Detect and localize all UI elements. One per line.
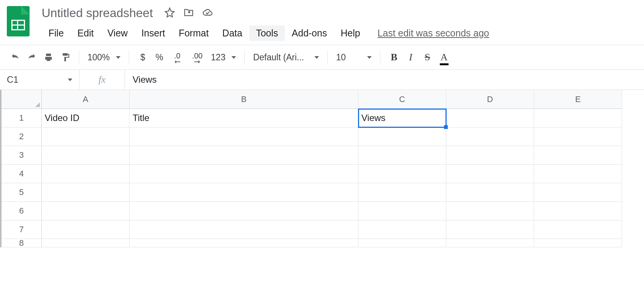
bold-button[interactable]: B	[386, 49, 402, 66]
cell-a2[interactable]	[42, 127, 130, 146]
font-family-dropdown[interactable]: Default (Ari...	[250, 52, 322, 63]
menu-help[interactable]: Help	[334, 25, 367, 41]
column-header-e[interactable]: E	[534, 90, 622, 109]
format-currency-button[interactable]: $	[134, 49, 151, 66]
fx-icon: fx	[80, 70, 125, 90]
row-header-6[interactable]: 6	[2, 202, 42, 220]
menu-tools[interactable]: Tools	[249, 25, 285, 41]
row-header-5[interactable]: 5	[2, 183, 42, 202]
cell-a5[interactable]	[42, 183, 130, 202]
cell-e5[interactable]	[534, 183, 622, 202]
strikethrough-button[interactable]: S	[419, 49, 436, 66]
cell-d8[interactable]	[446, 239, 534, 247]
cloud-status-icon[interactable]	[202, 7, 213, 19]
cell-d7[interactable]	[446, 220, 534, 239]
cell-e4[interactable]	[534, 165, 622, 183]
cell-a3[interactable]	[42, 146, 130, 165]
cell-c5[interactable]	[358, 183, 446, 202]
menu-data[interactable]: Data	[216, 25, 249, 41]
undo-button[interactable]	[7, 49, 23, 66]
cell-b6[interactable]	[130, 202, 358, 220]
cell-c8[interactable]	[358, 239, 446, 247]
cell-b1[interactable]: Title	[130, 109, 358, 127]
zoom-dropdown[interactable]: 100%	[84, 52, 123, 63]
number-format-dropdown[interactable]: 123	[208, 52, 239, 63]
cell-b3[interactable]	[130, 146, 358, 165]
row-header-3[interactable]: 3	[2, 146, 42, 165]
move-folder-icon[interactable]	[183, 7, 194, 19]
decrease-decimal-button[interactable]: .0	[168, 49, 187, 66]
menu-format[interactable]: Format	[172, 25, 216, 41]
cell-a1[interactable]: Video ID	[42, 109, 130, 127]
cell-b7[interactable]	[130, 220, 358, 239]
cell-a8[interactable]	[42, 239, 130, 247]
menu-edit[interactable]: Edit	[70, 25, 100, 41]
column-header-d[interactable]: D	[446, 90, 534, 109]
chevron-down-icon	[231, 56, 236, 59]
cell-e8[interactable]	[534, 239, 622, 247]
cell-c4[interactable]	[358, 165, 446, 183]
cell-b2[interactable]	[130, 127, 358, 146]
menu-file[interactable]: File	[42, 25, 70, 41]
menu-addons[interactable]: Add-ons	[285, 25, 334, 41]
chevron-down-icon	[116, 56, 120, 59]
cell-d3[interactable]	[446, 146, 534, 165]
text-color-button[interactable]: A	[436, 49, 452, 66]
format-percent-button[interactable]: %	[151, 49, 168, 66]
menu-insert[interactable]: Insert	[134, 25, 172, 41]
cell-e7[interactable]	[534, 220, 622, 239]
star-icon[interactable]	[164, 7, 175, 19]
name-box[interactable]: C1	[0, 70, 80, 90]
row-header-2[interactable]: 2	[2, 127, 42, 146]
select-all-corner[interactable]	[2, 90, 42, 109]
cell-d5[interactable]	[446, 183, 534, 202]
cell-b8[interactable]	[130, 239, 358, 247]
chevron-down-icon	[314, 56, 319, 59]
cell-a4[interactable]	[42, 165, 130, 183]
row-header-7[interactable]: 7	[2, 220, 42, 239]
cell-c3[interactable]	[358, 146, 446, 165]
cell-a6[interactable]	[42, 202, 130, 220]
row-header-1[interactable]: 1	[2, 109, 42, 127]
column-header-b[interactable]: B	[130, 90, 358, 109]
document-title[interactable]: Untitled spreadsheet	[42, 6, 153, 20]
cell-d1[interactable]	[446, 109, 534, 127]
cell-d6[interactable]	[446, 202, 534, 220]
cell-e1[interactable]	[534, 109, 622, 127]
italic-button[interactable]: I	[402, 49, 419, 66]
redo-button[interactable]	[23, 49, 40, 66]
cell-b5[interactable]	[130, 183, 358, 202]
cell-c2[interactable]	[358, 127, 446, 146]
print-button[interactable]	[40, 49, 57, 66]
column-header-a[interactable]: A	[42, 90, 130, 109]
cell-c1[interactable]: Views	[358, 109, 446, 127]
cell-e3[interactable]	[534, 146, 622, 165]
cell-e2[interactable]	[534, 127, 622, 146]
cell-c6[interactable]	[358, 202, 446, 220]
formula-bar[interactable]: Views	[125, 74, 644, 85]
column-header-c[interactable]: C	[358, 90, 446, 109]
increase-decimal-button[interactable]: .00	[187, 49, 208, 66]
cell-a7[interactable]	[42, 220, 130, 239]
font-size-dropdown[interactable]: 10	[333, 52, 375, 63]
menu-view[interactable]: View	[100, 25, 134, 41]
chevron-down-icon	[367, 56, 372, 59]
last-edit-link[interactable]: Last edit was seconds ago	[378, 28, 489, 39]
cell-d2[interactable]	[446, 127, 534, 146]
cell-c7[interactable]	[358, 220, 446, 239]
sheets-logo[interactable]	[7, 6, 30, 36]
toolbar: 100% $ % .0 .00 123 Default (Ari... 10 B…	[0, 45, 644, 69]
menu-bar: File Edit View Insert Format Data Tools …	[42, 25, 637, 41]
cell-d4[interactable]	[446, 165, 534, 183]
paint-format-button[interactable]	[57, 49, 73, 66]
row-header-8[interactable]: 8	[2, 239, 42, 247]
cell-e6[interactable]	[534, 202, 622, 220]
row-header-4[interactable]: 4	[2, 165, 42, 183]
chevron-down-icon	[68, 79, 72, 81]
cell-b4[interactable]	[130, 165, 358, 183]
